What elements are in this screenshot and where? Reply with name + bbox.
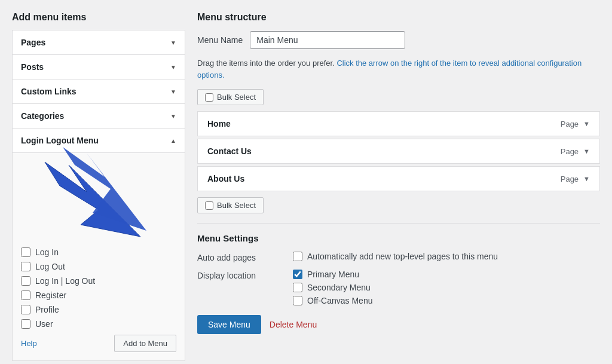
log-out-item[interactable]: Log Out	[21, 262, 176, 271]
footer-buttons: Save Menu Delete Menu	[197, 315, 600, 334]
menu-item-about-us-name: About Us	[207, 174, 244, 183]
custom-links-accordion-arrow: ▼	[170, 88, 176, 95]
off-canvas-menu-check-row: Off-Canvas Menu	[293, 296, 372, 305]
user-item[interactable]: User	[21, 319, 176, 329]
posts-accordion-header[interactable]: Posts ▼	[13, 55, 185, 79]
log-in-log-out-checkbox[interactable]	[21, 276, 30, 286]
save-menu-button[interactable]: Save Menu	[197, 315, 261, 334]
menu-item-home-expand-icon[interactable]: ▼	[583, 120, 590, 127]
display-location-label: Display location	[197, 270, 281, 280]
menu-name-input[interactable]	[250, 31, 405, 49]
register-checkbox[interactable]	[21, 290, 30, 300]
posts-accordion-label: Posts	[21, 62, 44, 72]
categories-accordion[interactable]: Categories ▼	[12, 103, 185, 129]
secondary-menu-label: Secondary Menu	[307, 283, 371, 292]
custom-links-accordion[interactable]: Custom Links ▼	[12, 79, 185, 104]
log-in-item[interactable]: Log In	[21, 247, 176, 257]
drag-instructions-highlight: Click the arrow on the right of the item…	[197, 59, 582, 79]
register-item[interactable]: Register	[21, 290, 176, 300]
profile-label: Profile	[35, 305, 59, 314]
menu-item-about-us-left: About Us	[207, 174, 244, 183]
posts-accordion[interactable]: Posts ▼	[12, 54, 185, 79]
log-in-label: Log In	[35, 247, 59, 257]
bulk-select-top-checkbox[interactable]	[205, 93, 213, 102]
menu-item-home-left: Home	[207, 119, 231, 129]
arrow-container	[21, 159, 176, 243]
log-out-label: Log Out	[35, 262, 65, 271]
categories-accordion-arrow: ▼	[170, 113, 176, 120]
display-location-row: Display location Primary Menu Secondary …	[197, 270, 600, 305]
secondary-menu-check-row: Secondary Menu	[293, 283, 372, 292]
login-logout-accordion-arrow: ▲	[170, 137, 176, 144]
bulk-select-bottom-row: Bulk Select	[197, 197, 600, 213]
menu-settings-section: Menu Settings Auto add pages Automatical…	[197, 223, 600, 334]
menu-item-about-us[interactable]: About Us Page ▼	[197, 166, 600, 191]
menu-name-label: Menu Name	[197, 35, 243, 45]
bulk-select-bottom-label: Bulk Select	[217, 201, 256, 210]
categories-accordion-label: Categories	[21, 111, 64, 121]
menu-item-contact-us-left: Contact Us	[207, 146, 252, 156]
secondary-menu-checkbox[interactable]	[293, 283, 302, 292]
delete-menu-link[interactable]: Delete Menu	[270, 320, 317, 329]
big-blue-arrow-icon	[39, 159, 158, 243]
user-label: User	[35, 319, 53, 329]
primary-menu-checkbox[interactable]	[293, 270, 302, 279]
menu-item-home-name: Home	[207, 119, 231, 129]
primary-menu-label: Primary Menu	[307, 270, 359, 279]
auto-add-pages-check-row: Automatically add new top-level pages to…	[293, 252, 498, 261]
login-logout-accordion-header[interactable]: Login Logout Menu ▲	[13, 129, 185, 152]
primary-menu-check-row: Primary Menu	[293, 270, 372, 279]
menu-item-home[interactable]: Home Page ▼	[197, 111, 600, 136]
off-canvas-menu-label: Off-Canvas Menu	[307, 296, 372, 305]
bulk-select-top-button[interactable]: Bulk Select	[197, 89, 264, 105]
add-to-menu-button[interactable]: Add to Menu	[114, 335, 176, 352]
auto-add-pages-label: Auto add pages	[197, 252, 281, 262]
menu-item-about-us-expand-icon[interactable]: ▼	[583, 175, 590, 182]
menu-item-about-us-right: Page ▼	[561, 175, 590, 183]
svg-marker-2	[45, 162, 140, 237]
posts-accordion-arrow: ▼	[170, 64, 176, 71]
menu-item-home-right: Page ▼	[561, 120, 590, 129]
help-link[interactable]: Help	[21, 339, 37, 348]
accordion-footer: Help Add to Menu	[21, 335, 176, 352]
menu-item-home-type: Page	[561, 120, 579, 129]
auto-add-pages-checkbox[interactable]	[293, 252, 302, 261]
profile-item[interactable]: Profile	[21, 305, 176, 314]
menu-items-list: Home Page ▼ Contact Us Page ▼	[197, 111, 600, 191]
auto-add-pages-values: Automatically add new top-level pages to…	[293, 252, 498, 261]
bulk-select-bottom-checkbox[interactable]	[205, 201, 213, 210]
bulk-select-top-label: Bulk Select	[217, 93, 256, 102]
menu-item-about-us-type: Page	[561, 175, 579, 183]
menu-settings-title: Menu Settings	[197, 233, 600, 243]
bulk-select-top-row: Bulk Select	[197, 89, 600, 105]
profile-checkbox[interactable]	[21, 305, 30, 314]
login-logout-accordion-content: Log In Log Out Log In | Log Out Register…	[13, 152, 185, 360]
menu-item-contact-us-type: Page	[561, 147, 579, 156]
auto-add-pages-row: Auto add pages Automatically add new top…	[197, 252, 600, 262]
add-menu-items-title: Add menu items	[12, 12, 185, 23]
log-in-log-out-item[interactable]: Log In | Log Out	[21, 276, 176, 286]
login-logout-accordion-label: Login Logout Menu	[21, 136, 99, 145]
pages-accordion[interactable]: Pages ▼	[12, 30, 185, 55]
custom-links-accordion-header[interactable]: Custom Links ▼	[13, 79, 185, 103]
categories-accordion-header[interactable]: Categories ▼	[13, 104, 185, 128]
menu-name-row: Menu Name	[197, 31, 600, 49]
auto-add-pages-text: Automatically add new top-level pages to…	[307, 252, 498, 261]
user-checkbox[interactable]	[21, 319, 30, 329]
bulk-select-bottom-button[interactable]: Bulk Select	[197, 197, 264, 213]
pages-accordion-label: Pages	[21, 38, 45, 47]
off-canvas-menu-checkbox[interactable]	[293, 296, 302, 305]
menu-item-contact-us-expand-icon[interactable]: ▼	[583, 148, 590, 155]
display-location-values: Primary Menu Secondary Menu Off-Canvas M…	[293, 270, 372, 305]
menu-item-contact-us-right: Page ▼	[561, 147, 590, 156]
custom-links-accordion-label: Custom Links	[21, 87, 76, 96]
log-out-checkbox[interactable]	[21, 262, 30, 271]
menu-structure-title: Menu structure	[197, 12, 600, 23]
log-in-checkbox[interactable]	[21, 247, 30, 257]
menu-item-contact-us[interactable]: Contact Us Page ▼	[197, 139, 600, 164]
login-logout-accordion[interactable]: Login Logout Menu ▲	[12, 128, 185, 361]
pages-accordion-header[interactable]: Pages ▼	[13, 30, 185, 54]
register-label: Register	[35, 290, 66, 300]
log-in-log-out-label: Log In | Log Out	[35, 276, 95, 286]
drag-instructions: Drag the items into the order you prefer…	[197, 57, 600, 81]
